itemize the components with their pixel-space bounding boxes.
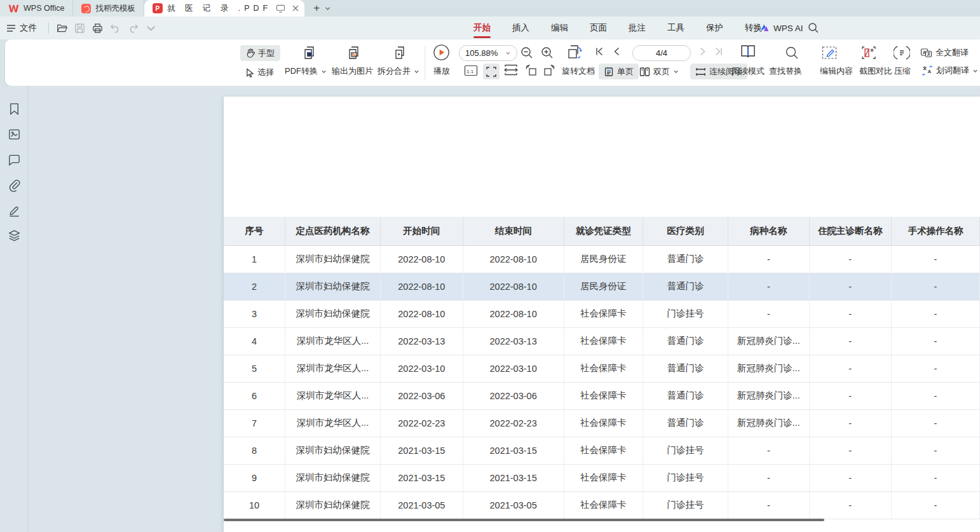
menu-item-4[interactable]: 批注 <box>618 17 657 39</box>
hand-tool-button[interactable]: 手型 <box>240 45 280 61</box>
table-cell: 居民身份证 <box>564 273 643 300</box>
fit-width-icon <box>503 64 519 76</box>
tab-list-chevron-icon[interactable] <box>325 6 330 11</box>
document-title: 就 医 记 录 .PDF <box>167 3 271 14</box>
table-cell: - <box>728 491 809 519</box>
tab-label: WPS Office <box>24 4 64 13</box>
table-row-2: 2深圳市妇幼保健院2022-08-102022-08-10居民身份证普通门诊--… <box>224 273 980 300</box>
menu-item-0[interactable]: 开始 <box>463 17 501 39</box>
menu-item-6[interactable]: 保护 <box>695 17 734 39</box>
pdf-convert-icon: W <box>287 44 332 61</box>
quickbar-more-chevron-icon[interactable] <box>142 20 159 36</box>
pdf-convert-button[interactable]: PDF转换 <box>285 65 327 77</box>
table-cell: 深圳市龙华区人... <box>285 382 380 409</box>
undo-button[interactable] <box>107 20 123 36</box>
table-cell: 2022-03-13 <box>381 327 463 355</box>
table-cell: 深圳市龙华区人... <box>285 409 380 437</box>
rotate-left-icon <box>524 64 538 77</box>
play-button[interactable] <box>432 44 450 61</box>
table-cell: 社会保障卡 <box>564 327 643 355</box>
prev-page-button[interactable] <box>613 47 620 56</box>
menu-search-icon[interactable] <box>807 22 820 34</box>
split-merge-button[interactable]: 拆分合并 <box>378 65 419 77</box>
table-cell: - <box>809 327 891 355</box>
menu-item-1[interactable]: 插入 <box>501 17 540 39</box>
first-page-button[interactable] <box>595 47 604 56</box>
last-page-button[interactable] <box>714 47 723 56</box>
export-image-icon <box>333 44 375 61</box>
table-cell: - <box>728 464 809 491</box>
table-cell: - <box>891 409 979 437</box>
rotate-left-button[interactable] <box>524 64 538 77</box>
table-cell: 社会保障卡 <box>564 437 643 464</box>
table-header-cell-3: 结束时间 <box>463 217 564 245</box>
word-translate-button[interactable]: A 划词翻译 <box>922 65 978 76</box>
svg-text:W: W <box>308 53 311 57</box>
rotate-right-button[interactable] <box>543 64 557 77</box>
horizontal-scrollbar[interactable] <box>224 519 824 521</box>
file-menu-label: 文件 <box>20 22 37 34</box>
table-cell: 深圳市妇幼保健院 <box>285 273 380 300</box>
open-file-button[interactable] <box>53 20 70 36</box>
zoom-level-select[interactable]: 105.88% <box>459 45 517 61</box>
comment-icon[interactable] <box>8 153 21 167</box>
table-cell: - <box>728 273 809 300</box>
table-cell: - <box>809 355 891 382</box>
export-image-button[interactable]: 输出为图片 <box>332 65 373 77</box>
wps-logo-icon <box>8 4 19 13</box>
edit-content-label: 编辑内容 <box>820 65 853 77</box>
read-mode-button[interactable]: 阅读模式 <box>732 65 765 77</box>
print-button[interactable] <box>89 20 105 36</box>
next-page-button[interactable] <box>699 47 707 56</box>
table-row-5: 5深圳市龙华区人...2022-03-102022-03-10社会保障卡普通门诊… <box>224 355 980 382</box>
table-body: 1深圳市妇幼保健院2022-08-102022-08-10居民身份证普通门诊--… <box>224 245 980 519</box>
select-tool-button[interactable]: 选择 <box>242 65 278 80</box>
rotate-doc-button[interactable]: 旋转文档 <box>562 65 595 77</box>
save-button[interactable] <box>71 20 88 36</box>
single-page-button[interactable]: 单页 <box>599 64 639 79</box>
thumbnail-icon[interactable] <box>8 128 21 141</box>
monitor-icon[interactable] <box>276 4 285 13</box>
table-cell: 深圳市龙华区人... <box>285 355 380 382</box>
menu-item-2[interactable]: 编辑 <box>540 17 579 39</box>
full-translate-icon: A <box>920 47 932 58</box>
double-page-label: 双页 <box>653 66 670 78</box>
full-translate-button[interactable]: A 全文翻译 <box>920 47 969 58</box>
tab-docer-templates[interactable]: 找稻壳模板 <box>73 0 144 17</box>
table-cell: 居民身份证 <box>564 245 643 273</box>
compress-button[interactable]: 压缩 <box>894 65 911 77</box>
fit-page-button[interactable] <box>483 64 500 79</box>
tab-wps-office[interactable]: WPS Office <box>0 0 73 17</box>
wps-ai-button[interactable]: WPS AI <box>759 17 803 39</box>
pdf-page: 序号定点医药机构名称开始时间结束时间就诊凭证类型医疗类别病种名称住院主诊断名称手… <box>224 97 980 532</box>
table-cell: 2022-08-10 <box>381 273 463 300</box>
actual-size-button[interactable]: 1:1 <box>464 64 478 77</box>
table-cell: 2022-08-10 <box>381 245 463 273</box>
table-cell: 门诊挂号 <box>643 464 728 491</box>
zoom-out-button[interactable] <box>520 46 534 60</box>
find-replace-button[interactable]: 查找替换 <box>769 65 802 77</box>
fit-width-button[interactable] <box>503 64 519 76</box>
menu-item-5[interactable]: 工具 <box>657 17 695 39</box>
rotate-doc-icon <box>566 44 583 61</box>
zoom-in-button[interactable] <box>540 46 554 60</box>
attachment-icon[interactable] <box>8 179 21 192</box>
chevron-down-icon <box>414 69 419 74</box>
close-tab-icon[interactable] <box>292 4 299 12</box>
layers-icon[interactable] <box>8 229 21 242</box>
menu-item-3[interactable]: 页面 <box>579 17 618 39</box>
table-cell: - <box>809 491 891 519</box>
screenshot-compare-button[interactable]: 截图对比 <box>859 65 892 77</box>
bookmark-icon[interactable] <box>8 102 21 116</box>
table-cell: 新冠肺炎门诊... <box>728 409 809 437</box>
edit-content-button[interactable]: 编辑内容 <box>820 65 853 77</box>
new-tab-button[interactable]: + <box>313 2 320 15</box>
page-number-input[interactable]: 4/4 <box>632 45 691 61</box>
file-menu-button[interactable]: 文件 <box>0 22 44 34</box>
signature-icon[interactable] <box>8 204 21 217</box>
export-image-label: 输出为图片 <box>332 65 373 77</box>
tab-document[interactable]: P 就 医 记 录 .PDF <box>144 0 304 17</box>
redo-button[interactable] <box>125 20 141 36</box>
double-page-button[interactable]: 双页 <box>636 64 683 79</box>
table-cell: 深圳市妇幼保健院 <box>285 300 380 327</box>
